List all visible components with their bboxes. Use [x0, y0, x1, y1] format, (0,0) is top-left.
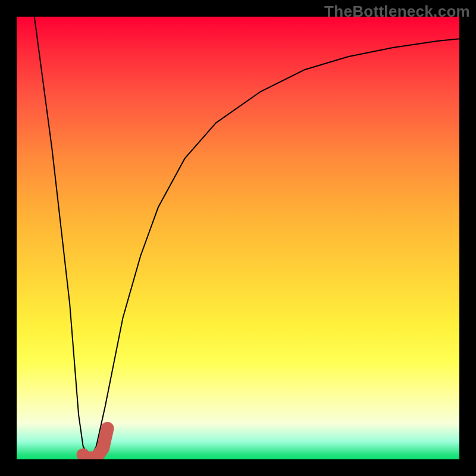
chart-frame: TheBottleneck.com: [0, 0, 476, 476]
plot-area: [17, 17, 459, 459]
bottleneck-curve: [35, 17, 459, 455]
marker-hook: [83, 428, 108, 458]
chart-svg: [17, 17, 459, 459]
watermark-label: TheBottleneck.com: [324, 2, 470, 21]
